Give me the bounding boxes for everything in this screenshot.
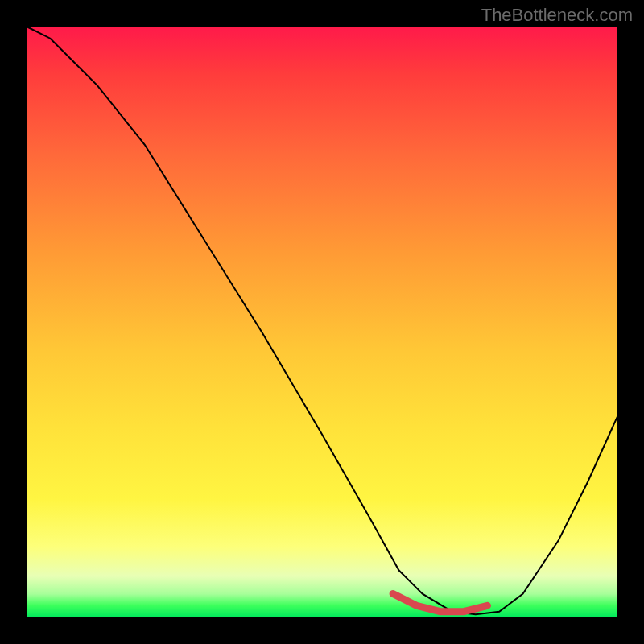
chart-plot-area — [27, 27, 617, 617]
minimum-marker-line — [393, 594, 487, 612]
bottleneck-curve-line — [27, 27, 617, 614]
watermark-text: TheBottleneck.com — [481, 5, 633, 26]
chart-svg — [27, 27, 617, 617]
